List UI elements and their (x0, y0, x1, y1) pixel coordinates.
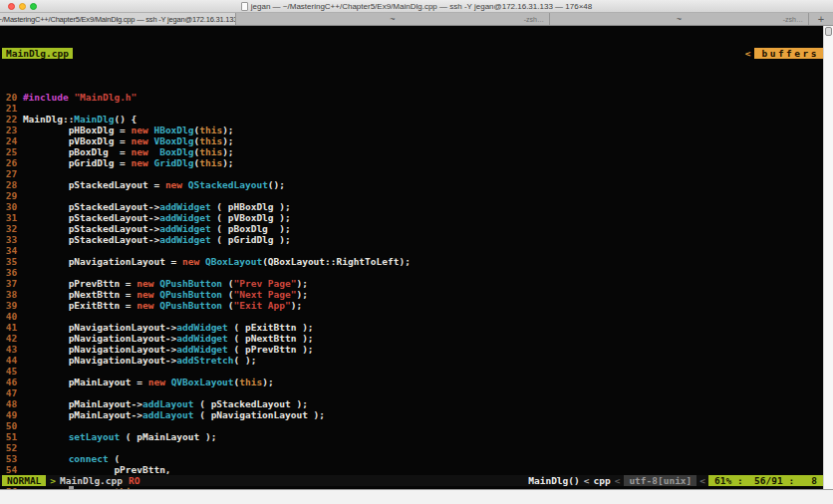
close-button[interactable] (8, 3, 15, 10)
tab-bar: ~/MasteringC++/Chapter5/Ex9/MainDlg.cpp … (0, 13, 833, 26)
zoom-button[interactable] (30, 3, 37, 10)
chevron-left-icon: < (584, 475, 590, 486)
line-number: 54 (0, 464, 17, 475)
code-token: new (137, 289, 153, 300)
terminal-content[interactable]: MainDlg.cpp < buffers 20#include "MainDl… (0, 26, 823, 489)
code-line: 41 pNavigationLayout->addWidget ( pExitB… (0, 322, 823, 333)
code-line: 45 (0, 366, 823, 377)
code-line: 46 pMainLayout = new QVBoxLayout(this); (0, 377, 823, 387)
window-title: jegan — ~/MasteringC++/Chapter5/Ex9/Main… (241, 2, 592, 11)
chevron-right-icon: > (50, 475, 56, 486)
code-token: pVBoxDlg = (23, 135, 132, 146)
chevron-left-icon: < (745, 48, 751, 59)
line-number: 52 (0, 442, 17, 453)
line-number: 27 (0, 168, 17, 179)
code-token: pStackedLayout-> (23, 201, 159, 212)
code-token: ( pExitBttn ); (228, 322, 314, 333)
tab-title: ~ (677, 13, 682, 25)
traffic-lights (8, 3, 37, 10)
code-token: QPushButton (159, 300, 222, 311)
scrollbar-thumb[interactable] (825, 27, 832, 36)
code-token: QBoxLayout (205, 256, 262, 267)
code-token: ); (262, 377, 273, 387)
code-token: new (137, 278, 153, 289)
line-number: 22 (0, 114, 17, 125)
code-token: addWidget (159, 223, 210, 234)
code-token: "MainDlg.h" (74, 92, 137, 103)
code-line: 29 (0, 190, 823, 201)
line-number: 38 (0, 289, 17, 300)
code-token (23, 453, 69, 464)
code-token: BoxDlg (159, 146, 193, 157)
new-tab-button[interactable]: + (809, 13, 833, 25)
code-token: #include (23, 92, 69, 103)
code-token: pPrevBttn, (23, 464, 171, 475)
line-number: 28 (0, 179, 17, 190)
code-token: addLayout (142, 398, 193, 409)
chevron-left-icon: < (699, 475, 705, 486)
line-number: 29 (0, 190, 17, 201)
line-number: 26 (0, 157, 17, 168)
line-number: 31 (0, 212, 17, 223)
line-number: 49 (0, 409, 17, 420)
code-line: 48 pMainLayout->addLayout ( pStackedLayo… (0, 398, 823, 409)
code-token: setLayout (69, 431, 120, 442)
code-token: this (199, 135, 222, 146)
scrollbar-track[interactable] (823, 26, 833, 489)
terminal-window: jegan — ~/MasteringC++/Chapter5/Ex9/Main… (0, 0, 833, 504)
code-line: 31 pStackedLayout->addWidget ( pVBoxDlg … (0, 212, 823, 223)
tab-maindlg[interactable]: ~/MasteringC++/Chapter5/Ex9/MainDlg.cpp … (0, 13, 236, 25)
code-token: MainDlg:: (23, 114, 74, 125)
line-number: 41 (0, 322, 17, 333)
code-line: 30 pStackedLayout->addWidget ( pHBoxDlg … (0, 201, 823, 212)
minimize-button[interactable] (19, 3, 26, 10)
code-token: pNavigationLayout-> (23, 333, 176, 344)
code-token: ( pPrevBttn ); (228, 344, 314, 355)
code-token: pNavigationLayout = (23, 256, 182, 267)
titlebar[interactable]: jegan — ~/MasteringC++/Chapter5/Ex9/Main… (0, 0, 833, 13)
line-number: 34 (0, 245, 17, 256)
tab-title: ~ (390, 13, 395, 25)
line-number: 50 (0, 420, 17, 431)
code-token: addLayout (142, 409, 193, 420)
line-number: 45 (0, 366, 17, 377)
code-token: ( ); (234, 355, 257, 366)
code-area[interactable]: 20#include "MainDlg.h"2122MainDlg::MainD… (0, 92, 823, 504)
code-token: "Next Page" (234, 289, 297, 300)
line-number: 51 (0, 431, 17, 442)
code-token: connect (69, 453, 109, 464)
tab-zsh-2[interactable]: ~ -zsh… (550, 13, 809, 25)
code-line: 23 pHBoxDlg = new HBoxDlg(this); (0, 125, 823, 135)
code-token: this (199, 125, 222, 135)
code-token: pHBoxDlg = (23, 125, 132, 135)
code-token: new (165, 179, 182, 190)
code-token: addWidget (176, 322, 227, 333)
code-token: pNavigationLayout-> (23, 322, 176, 333)
line-number: 48 (0, 398, 17, 409)
line-number: 20 (0, 92, 17, 103)
code-line: 37 pPrevBttn = new QPushButton ("Prev Pa… (0, 278, 823, 289)
code-token: addWidget (159, 212, 210, 223)
code-line: 20#include "MainDlg.h" (0, 92, 823, 103)
code-token: pNavigationLayout-> (23, 355, 176, 366)
code-token: addWidget (176, 333, 227, 344)
code-line: 43 pNavigationLayout->addWidget ( pPrevB… (0, 344, 823, 355)
tab-zsh-1[interactable]: ~ -zsh… (236, 13, 550, 25)
code-token: this (199, 146, 222, 157)
code-token: new (182, 256, 199, 267)
window-bottom-strip (0, 489, 833, 504)
code-token: pGridDlg = (23, 157, 132, 168)
code-token: "Exit App" (234, 300, 291, 311)
line-number: 21 (0, 103, 17, 114)
statusline-right: MainDlg() < cpp < utf-8[unix] < 61% : 56… (528, 475, 823, 486)
code-token: addWidget (176, 344, 227, 355)
code-token: ( pVBoxDlg ); (211, 212, 291, 223)
code-token: pNavigationLayout-> (23, 344, 176, 355)
code-token: new (132, 135, 148, 146)
code-token: this (239, 377, 262, 387)
line-number: 44 (0, 355, 17, 366)
code-token: ); (296, 278, 307, 289)
line-number: 46 (0, 377, 17, 387)
code-line: 50 (0, 420, 823, 431)
line-number: 25 (0, 146, 17, 157)
